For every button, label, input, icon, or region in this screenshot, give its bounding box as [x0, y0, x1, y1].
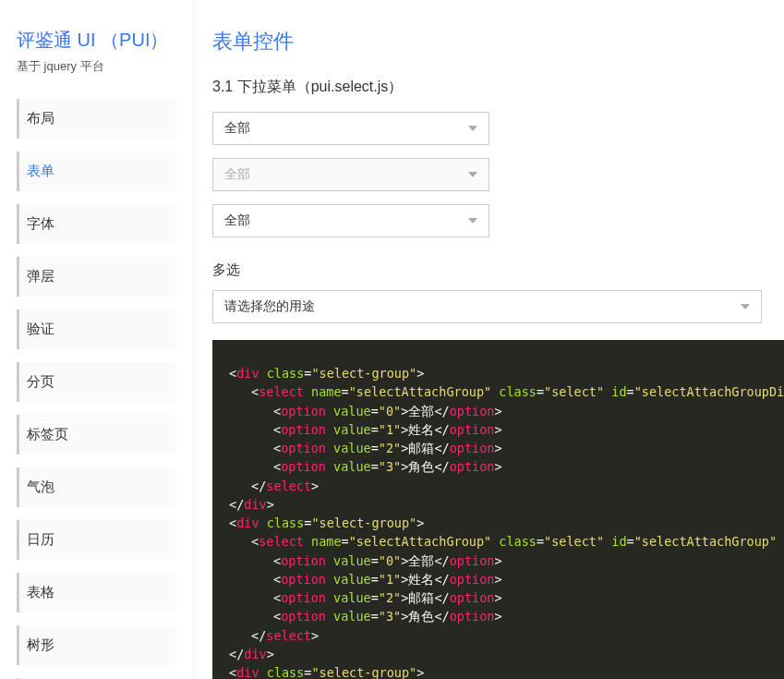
- select-group-1: 全部: [212, 112, 784, 145]
- sidebar-item-2[interactable]: 字体: [17, 204, 176, 244]
- chevron-down-icon: [468, 172, 477, 177]
- sidebar-item-1[interactable]: 表单: [17, 152, 176, 191]
- multi-select-label: 多选: [212, 261, 784, 279]
- chevron-down-icon: [741, 304, 750, 309]
- section-title: 3.1 下拉菜单（pui.select.js）: [212, 78, 784, 97]
- select-group-multi: 请选择您的用途: [212, 290, 784, 323]
- select-group-3: 全部: [212, 204, 784, 237]
- sidebar-item-5[interactable]: 分页: [17, 362, 176, 402]
- sidebar-item-8[interactable]: 日历: [17, 520, 176, 560]
- chevron-down-icon: [468, 218, 477, 224]
- select-value: 全部: [224, 120, 250, 137]
- select-all-1[interactable]: 全部: [212, 112, 489, 145]
- select-value: 全部: [224, 166, 250, 183]
- select-placeholder: 请选择您的用途: [224, 298, 315, 315]
- select-value: 全部: [224, 212, 250, 229]
- select-all-disabled: 全部: [212, 158, 489, 191]
- sidebar-item-4[interactable]: 验证: [17, 309, 176, 349]
- sidebar-item-7[interactable]: 气泡: [17, 467, 176, 507]
- sidebar: 评鉴通 UI （PUI） 基于 jquery 平台 布局表单字体弹层验证分页标签…: [0, 0, 194, 679]
- chevron-down-icon: [468, 126, 477, 131]
- sidebar-item-10[interactable]: 树形: [17, 625, 176, 665]
- sidebar-item-0[interactable]: 布局: [17, 99, 176, 139]
- select-group-2: 全部: [212, 158, 784, 191]
- select-all-3[interactable]: 全部: [212, 204, 489, 237]
- sidebar-item-3[interactable]: 弹层: [17, 257, 176, 297]
- sidebar-nav: 布局表单字体弹层验证分页标签页气泡日历表格树形CSS: [17, 99, 176, 679]
- brand-title: 评鉴通 UI （PUI）: [17, 28, 176, 53]
- sidebar-item-9[interactable]: 表格: [17, 573, 176, 612]
- code-example: <div class="select-group"><select name="…: [212, 340, 784, 679]
- multi-select-usage[interactable]: 请选择您的用途: [212, 290, 762, 323]
- main-content: 表单控件 3.1 下拉菜单（pui.select.js） 全部 全部 全部 多选…: [194, 0, 784, 679]
- brand-subtitle: 基于 jquery 平台: [17, 58, 176, 75]
- page-title: 表单控件: [212, 28, 784, 55]
- sidebar-item-6[interactable]: 标签页: [17, 415, 176, 455]
